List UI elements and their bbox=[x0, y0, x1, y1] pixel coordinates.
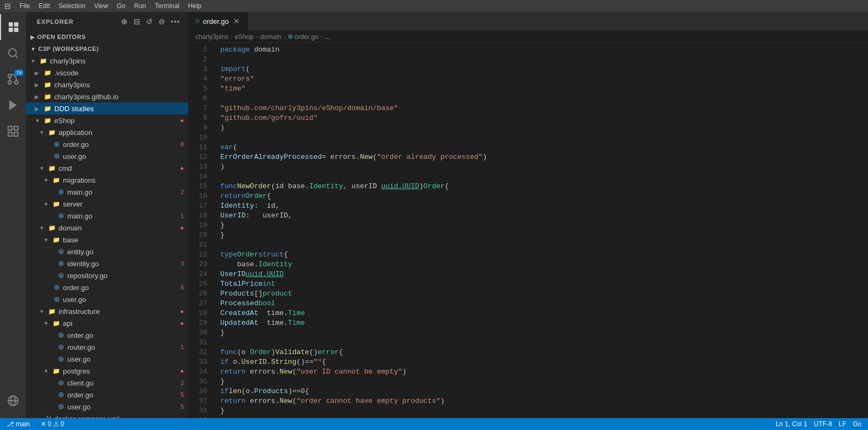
breadcrumb-part-3[interactable]: order.go bbox=[295, 33, 318, 41]
run-icon[interactable] bbox=[0, 92, 26, 118]
code-line bbox=[220, 55, 868, 65]
tree-item-order-go-app[interactable]: ⦾order.go8 bbox=[26, 138, 188, 150]
code-line: var ( bbox=[220, 143, 868, 152]
tree-item-repository-go[interactable]: ⦾repository.go bbox=[26, 269, 188, 281]
tree-item-migrations[interactable]: ▼📁migrations bbox=[26, 174, 188, 186]
menu-go[interactable]: Go bbox=[117, 2, 125, 10]
code-content[interactable]: package domain import ( "errors" "time" … bbox=[216, 43, 868, 418]
tree-item-main-go-migrations[interactable]: ⦾main.go2 bbox=[26, 186, 188, 198]
tree-item-charly3pins-pkg[interactable]: ▶📁charly3pins bbox=[26, 79, 188, 91]
tree-item-ddd-studies[interactable]: ▶📁DDD studies bbox=[26, 102, 188, 114]
line-number: 9 bbox=[189, 123, 207, 133]
breadcrumb-part-0[interactable]: charly3pins bbox=[195, 33, 228, 41]
menu-help[interactable]: Help bbox=[188, 2, 202, 10]
collapse-all-icon[interactable]: ⊖ bbox=[157, 16, 167, 27]
breadcrumb-current[interactable]: ... bbox=[325, 33, 330, 41]
status-line-ending[interactable]: LF bbox=[837, 420, 848, 428]
tree-item-client-go[interactable]: ⦾client.go2 bbox=[26, 377, 188, 389]
tree-item-user-go-postgres[interactable]: ⦾user.go5 bbox=[26, 401, 188, 413]
item-badge: ● bbox=[180, 368, 184, 374]
tree-item-docker-compose[interactable]: 🐳docker-compose.yml bbox=[26, 413, 188, 418]
tree-item-order-go-postgres[interactable]: ⦾order.go5 bbox=[26, 389, 188, 401]
tree-item-user-go-app[interactable]: ⦾user.go bbox=[26, 150, 188, 162]
item-label: user.go bbox=[67, 403, 181, 411]
menu-edit[interactable]: Edit bbox=[39, 2, 50, 10]
breadcrumb-sep-1: › bbox=[256, 33, 258, 41]
line-number: 2 bbox=[189, 55, 207, 65]
folder-icon: 📁 bbox=[52, 176, 61, 184]
menu-run[interactable]: Run bbox=[134, 2, 146, 10]
tree-item-cmd[interactable]: ▼📁cmd● bbox=[26, 162, 188, 174]
breadcrumb-part-2[interactable]: domain bbox=[260, 33, 281, 41]
error-icon: ✕ bbox=[41, 420, 46, 428]
tree-item-server[interactable]: ▼📁server bbox=[26, 198, 188, 210]
tree-item-order-go-api[interactable]: ⦾order.go bbox=[26, 329, 188, 341]
new-file-icon[interactable]: ⊕ bbox=[119, 16, 130, 27]
tree-item-identity-go[interactable]: ⦾identity.go3 bbox=[26, 258, 188, 269]
line-number: 38 bbox=[189, 406, 207, 416]
tab-order-go[interactable]: ⦾ order.go ✕ bbox=[189, 12, 248, 30]
item-label: application bbox=[59, 129, 184, 137]
tree-item-domain[interactable]: ▼📁domain● bbox=[26, 222, 188, 234]
breadcrumb-part-1[interactable]: eShop bbox=[235, 33, 254, 41]
folder-icon: 📁 bbox=[39, 56, 48, 65]
item-label: eShop bbox=[54, 117, 180, 125]
line-number: 13 bbox=[189, 162, 207, 172]
refresh-icon[interactable]: ↺ bbox=[144, 16, 155, 27]
more-actions-icon[interactable]: ••• bbox=[169, 16, 182, 27]
file-icon: ⦾ bbox=[56, 271, 65, 280]
menu-view[interactable]: View bbox=[94, 2, 108, 10]
language-text: Go bbox=[853, 420, 861, 428]
tree-item-api[interactable]: ▼📁api● bbox=[26, 317, 188, 329]
tree-item-base[interactable]: ▼📁base bbox=[26, 234, 188, 246]
folder-icon: 📁 bbox=[43, 116, 52, 125]
tree-item-application[interactable]: ▼📁application bbox=[26, 126, 188, 138]
status-branch[interactable]: ⎇ main bbox=[4, 420, 32, 428]
item-label: main.go bbox=[67, 212, 181, 220]
tree-item-eshop[interactable]: ▼📁eShop● bbox=[26, 114, 188, 126]
tree-item-charly3pins-github[interactable]: ▶📁charly3pins.github.io bbox=[26, 91, 188, 102]
status-errors[interactable]: ✕ 0 ⚠ 0 bbox=[39, 420, 66, 428]
tree-item-infrastructure[interactable]: ▼📁infrastructure● bbox=[26, 305, 188, 317]
tree-item-vscode[interactable]: ▶📁.vscode bbox=[26, 67, 188, 79]
line-number: 11 bbox=[189, 143, 207, 152]
tree-item-entity-go[interactable]: ⦾entity.go bbox=[26, 246, 188, 258]
code-line: ErrOrderAlreadyProcessed = errors.New("o… bbox=[220, 152, 868, 162]
status-language[interactable]: Go bbox=[851, 420, 864, 428]
tab-go-icon: ⦾ bbox=[195, 18, 200, 24]
tree-item-user-go-api[interactable]: ⦾user.go bbox=[26, 353, 188, 365]
tree-item-order-go-domain[interactable]: ⦾order.go6 bbox=[26, 281, 188, 293]
tree-item-user-go-domain[interactable]: ⦾user.go bbox=[26, 293, 188, 305]
line-number: 35 bbox=[189, 377, 207, 387]
menu-selection[interactable]: Selection bbox=[59, 2, 85, 10]
tree-item-router-go[interactable]: ⦾router.go1 bbox=[26, 341, 188, 353]
tree-item-postgres[interactable]: ▼📁postgres● bbox=[26, 365, 188, 377]
code-line: UpdatedAt time.Time bbox=[220, 318, 868, 328]
extensions-icon[interactable] bbox=[0, 118, 26, 144]
status-encoding[interactable]: UTF-8 bbox=[812, 420, 834, 428]
remote-icon[interactable] bbox=[0, 388, 26, 414]
code-line: } bbox=[220, 230, 868, 240]
tree-item-charly3pins[interactable]: ▼📁charly3pins bbox=[26, 55, 188, 67]
svg-point-8 bbox=[8, 81, 11, 84]
item-label: repository.go bbox=[67, 272, 184, 280]
section-open-editors[interactable]: ▶ OPEN EDITORS bbox=[26, 31, 188, 43]
section-workspace[interactable]: ▼ C3P (WORKSPACE) bbox=[26, 43, 188, 55]
code-line: "time" bbox=[220, 84, 868, 94]
item-label: identity.go bbox=[67, 260, 181, 268]
menu-terminal[interactable]: Terminal bbox=[155, 2, 179, 10]
status-position[interactable]: Ln 1, Col 1 bbox=[774, 420, 809, 428]
code-line: return errors.New("order cannot have emp… bbox=[220, 396, 868, 406]
line-number: 3 bbox=[189, 65, 207, 74]
source-control-icon[interactable]: 74 bbox=[0, 66, 26, 92]
tab-close-icon[interactable]: ✕ bbox=[232, 17, 241, 25]
explorer-icon[interactable] bbox=[0, 14, 26, 40]
menu-file[interactable]: File bbox=[20, 2, 30, 10]
code-editor[interactable]: 1234567891011121314151617181920212223242… bbox=[189, 43, 868, 418]
new-folder-icon[interactable]: ⊟ bbox=[132, 16, 142, 27]
svg-rect-1 bbox=[14, 22, 18, 27]
code-line: return Order{ bbox=[220, 191, 868, 201]
tree-item-main-go-server[interactable]: ⦾main.go1 bbox=[26, 210, 188, 222]
line-number: 34 bbox=[189, 367, 207, 377]
search-icon[interactable] bbox=[0, 40, 26, 66]
